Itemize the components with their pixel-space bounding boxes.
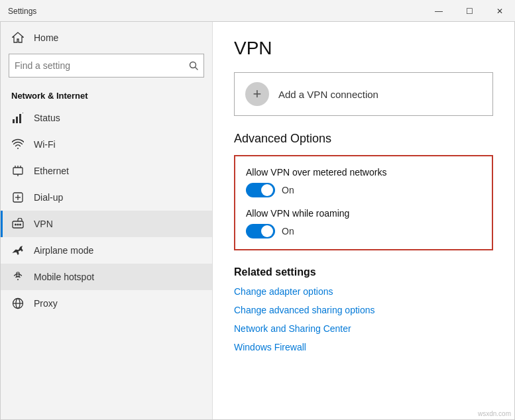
svg-rect-5	[23, 113, 23, 113]
toggle-row-2: On	[246, 224, 481, 238]
sidebar-item-proxy[interactable]: Proxy	[1, 290, 212, 317]
maximize-button[interactable]: ☐	[454, 1, 485, 22]
section-label: Network & Internet	[1, 85, 212, 105]
option1-label: Allow VPN over metered networks	[246, 167, 481, 178]
watermark: wsxdn.com	[478, 410, 511, 417]
ethernet-label: Ethernet	[34, 166, 69, 176]
toggle1-status: On	[282, 185, 294, 195]
search-input[interactable]	[15, 60, 186, 71]
toggle-knob-2	[261, 225, 273, 237]
airplane-icon	[11, 244, 25, 257]
sidebar-item-wifi[interactable]: Wi-Fi	[1, 131, 212, 158]
sidebar-item-vpn[interactable]: VPN	[1, 211, 212, 237]
svg-rect-4	[19, 114, 21, 123]
page-title: VPN	[234, 38, 493, 59]
toggle-metered[interactable]	[246, 183, 275, 197]
wifi-icon	[11, 138, 25, 151]
sidebar: Home Network & Internet	[1, 22, 213, 419]
airplane-label: Airplane mode	[34, 245, 93, 256]
proxy-label: Proxy	[34, 298, 58, 309]
related-link-firewall[interactable]: Windows Firewall	[234, 342, 493, 352]
sidebar-item-dialup[interactable]: Dial-up	[1, 184, 212, 211]
advanced-options-box: Allow VPN over metered networks On Allow…	[234, 155, 493, 250]
home-label: Home	[34, 32, 58, 43]
titlebar-controls: — ☐ ✕	[424, 1, 515, 22]
advanced-options-title: Advanced Options	[234, 132, 493, 146]
titlebar-title: Settings	[8, 7, 36, 16]
related-settings-title: Related settings	[234, 266, 493, 278]
sidebar-item-airplane[interactable]: Airplane mode	[1, 237, 212, 264]
option-roaming: Allow VPN while roaming On	[246, 208, 481, 238]
dialup-label: Dial-up	[34, 192, 63, 203]
svg-rect-2	[13, 119, 15, 123]
minimize-button[interactable]: —	[424, 1, 454, 22]
app-container: Home Network & Internet	[0, 21, 515, 420]
vpn-icon	[11, 217, 25, 231]
svg-point-17	[19, 224, 21, 226]
dialup-icon	[11, 191, 25, 204]
svg-point-15	[15, 224, 17, 226]
vpn-label: VPN	[34, 219, 53, 229]
wifi-label: Wi-Fi	[34, 139, 56, 150]
add-vpn-label: Add a VPN connection	[278, 89, 378, 100]
toggle-knob-1	[261, 184, 273, 196]
svg-point-16	[17, 224, 19, 226]
status-label: Status	[34, 113, 60, 123]
titlebar: Settings — ☐ ✕	[0, 0, 515, 21]
hotspot-label: Mobile hotspot	[34, 272, 94, 282]
svg-line-1	[196, 68, 198, 70]
toggle-roaming[interactable]	[246, 224, 275, 238]
proxy-icon	[11, 297, 25, 310]
search-icon	[189, 61, 198, 70]
option2-label: Allow VPN while roaming	[246, 208, 481, 219]
related-link-adapter[interactable]: Change adapter options	[234, 286, 493, 297]
plus-icon: +	[245, 82, 269, 106]
sidebar-item-hotspot[interactable]: Mobile hotspot	[1, 264, 212, 290]
search-box[interactable]	[9, 54, 204, 78]
sidebar-item-ethernet[interactable]: Ethernet	[1, 158, 212, 184]
related-link-sharing[interactable]: Change advanced sharing options	[234, 305, 493, 315]
svg-rect-3	[16, 117, 18, 123]
status-icon	[11, 111, 25, 125]
sidebar-item-status[interactable]: Status	[1, 105, 212, 131]
hotspot-icon	[11, 270, 25, 284]
close-button[interactable]: ✕	[485, 1, 515, 22]
main-content: VPN + Add a VPN connection Advanced Opti…	[213, 22, 514, 419]
sidebar-item-home[interactable]: Home	[1, 22, 212, 54]
option-metered-networks: Allow VPN over metered networks On	[246, 167, 481, 197]
toggle-row-1: On	[246, 183, 481, 197]
related-link-sharing-center[interactable]: Network and Sharing Center	[234, 323, 493, 334]
ethernet-icon	[11, 164, 25, 178]
svg-rect-6	[13, 168, 23, 174]
home-icon	[11, 31, 25, 44]
toggle2-status: On	[282, 226, 294, 236]
add-vpn-button[interactable]: + Add a VPN connection	[234, 72, 493, 116]
